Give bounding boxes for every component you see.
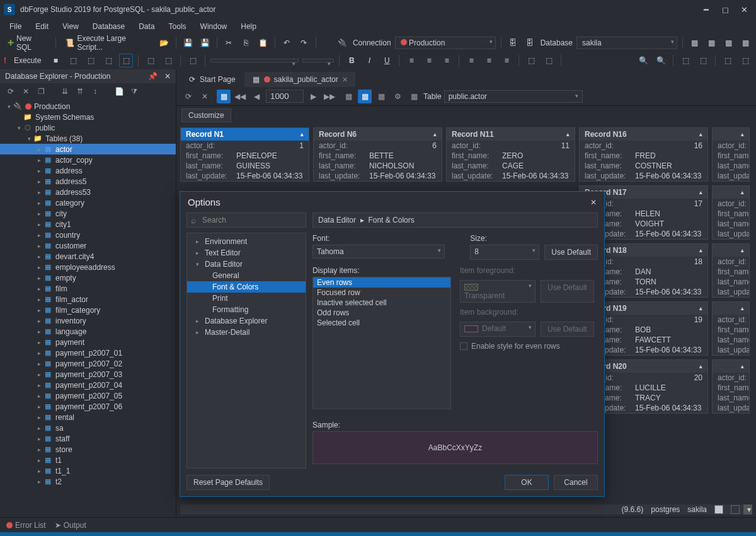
tb2-r3[interactable]: ⬚ <box>721 54 735 67</box>
tree-node-table[interactable]: ▸▦store <box>0 444 176 455</box>
tree-node-table[interactable]: ▸▦empty <box>0 272 176 283</box>
tree-node-table[interactable]: ▸▦staff <box>0 433 176 444</box>
pin-icon[interactable]: 📌 <box>148 72 158 81</box>
tb2-b2[interactable]: ⬚ <box>84 54 98 67</box>
open-button[interactable]: 📂 <box>158 36 171 50</box>
opt-node-master-detail[interactable]: ▸Master-Detail <box>187 327 306 338</box>
close-button[interactable]: ✕ <box>736 3 752 16</box>
maximize-button[interactable]: ◻ <box>717 3 733 16</box>
color-a-button[interactable]: ⬚ <box>524 54 538 67</box>
opt-node-text-editor[interactable]: ▸Text Editor <box>187 247 306 259</box>
tab-start-page[interactable]: ⟳Start Page <box>180 72 243 87</box>
record-card[interactable]: ▴ actor_id: first_name: last_name: last_… <box>712 185 750 240</box>
db-new-icon[interactable]: 🗄 <box>524 36 537 50</box>
status-box1[interactable] <box>714 505 723 514</box>
bold-button[interactable]: B <box>345 54 358 67</box>
tree-node-table[interactable]: ▸▦film_category <box>0 305 176 315</box>
grid-view3-button[interactable]: ▦ <box>374 90 388 103</box>
grid-next-page-button[interactable]: ▶▶ <box>323 90 336 103</box>
tb2-b6[interactable]: ⬚ <box>161 54 175 67</box>
collapse-icon[interactable]: ▴ <box>699 305 702 312</box>
tree-node-table[interactable]: ▸▦address53 <box>0 187 176 197</box>
tree-node-table[interactable]: ▸▦film_actor <box>0 294 176 305</box>
reset-defaults-button[interactable]: Reset Page Defaults <box>186 475 270 490</box>
font-select[interactable]: Tahoma <box>312 245 445 259</box>
cut-button[interactable]: ✂ <box>222 36 236 50</box>
tb2-b3[interactable]: ⬚ <box>101 54 115 67</box>
grid-cancel-button[interactable]: ✕ <box>198 90 212 103</box>
new-sql-button[interactable]: ✚New SQL <box>4 32 50 54</box>
collapse-icon[interactable]: ⇊ <box>59 86 71 97</box>
zoom-out-button[interactable]: 🔍 <box>654 54 668 67</box>
explorer-tree[interactable]: ▾🔌Production 📁System Schemas ▾⬡public ▾📁… <box>0 100 176 517</box>
tree-node-table[interactable]: ▸▦rental <box>0 412 176 422</box>
font-dropdown[interactable] <box>210 59 299 62</box>
script-icon[interactable]: 📄 <box>113 86 125 97</box>
redo-button[interactable]: ↷ <box>297 36 311 50</box>
collapse-icon[interactable]: ▴ <box>699 247 702 253</box>
valign-top-button[interactable]: ≡ <box>464 54 478 67</box>
valign-mid-button[interactable]: ≡ <box>482 54 496 67</box>
display-item[interactable]: Inactive selected cell <box>313 298 450 308</box>
size-select[interactable]: 8 <box>470 245 539 260</box>
opt-node-general[interactable]: General <box>187 270 306 281</box>
record-card[interactable]: Record N11▴ actor_id:11 first_name:ZERO … <box>446 127 575 182</box>
minimize-button[interactable]: ━ <box>698 3 714 16</box>
collapse-icon[interactable]: ▴ <box>433 131 437 137</box>
record-card-header[interactable]: Record N1▴ <box>181 128 309 141</box>
ok-button[interactable]: OK <box>505 475 549 490</box>
menu-file[interactable]: File <box>4 20 27 33</box>
opt-node-print[interactable]: Print <box>187 293 306 304</box>
tree-node-schemas[interactable]: 📁System Schemas <box>0 112 176 122</box>
collapse-icon[interactable]: ▴ <box>741 131 744 137</box>
tree-node-table[interactable]: ▸▦inventory <box>0 315 176 326</box>
copy-button[interactable]: ⎘ <box>239 36 253 50</box>
tree-node-table[interactable]: ▸▦payment_p2007_01 <box>0 347 176 358</box>
size-dropdown[interactable] <box>302 59 334 62</box>
color-b-button[interactable]: ⬚ <box>542 54 556 67</box>
opt-node-environment[interactable]: ▸Environment <box>187 236 306 247</box>
save-all-button[interactable]: 💾 <box>198 36 212 50</box>
tab-document[interactable]: ▦sakila_public_actor✕ <box>244 72 355 87</box>
tree-node-table[interactable]: ▸▦city1 <box>0 219 176 230</box>
align-left-button[interactable]: ≡ <box>404 54 418 67</box>
tree-node-table[interactable]: ▸▦actor_copy <box>0 154 176 165</box>
grid-next-button[interactable]: ▶ <box>306 90 320 103</box>
tree-node-public[interactable]: ▾⬡public <box>0 122 176 133</box>
opt-node-formatting[interactable]: Formatting <box>187 304 306 315</box>
tool-1[interactable]: ▦ <box>688 36 701 50</box>
display-items-list[interactable]: Even rowsFocused rowInactive selected ce… <box>312 277 451 409</box>
tree-node-table[interactable]: ▸▦payment_p2007_05 <box>0 390 176 401</box>
record-card-header[interactable]: Record N16▴ <box>580 128 707 141</box>
enable-style-checkbox[interactable]: Enable style for even rows <box>460 342 598 351</box>
display-item[interactable]: Focused row <box>313 288 450 298</box>
tree-node-table[interactable]: ▸▦t1_1 <box>0 465 176 476</box>
filter-icon[interactable]: ⧩ <box>129 86 140 97</box>
execute-button[interactable]: Execute <box>10 54 45 67</box>
error-list-button[interactable]: Error List <box>6 521 46 530</box>
tb2-r2[interactable]: ⬚ <box>696 54 710 67</box>
tree-node-table[interactable]: ▸▦payment_p2007_04 <box>0 380 176 390</box>
refresh-icon[interactable]: ⟳ <box>5 86 16 97</box>
connection-dropdown[interactable]: Production <box>395 37 496 49</box>
tree-node-table[interactable]: ▸▦employeeaddress <box>0 262 176 272</box>
collapse-icon[interactable]: ▴ <box>699 131 702 137</box>
tree-node-table[interactable]: ▸▦payment_p2007_03 <box>0 369 176 380</box>
paste-button[interactable]: 📋 <box>256 36 270 50</box>
status-box2[interactable] <box>731 505 740 514</box>
tree-node-table[interactable]: ▸▦address <box>0 165 176 176</box>
tree-node-table[interactable]: ▸▦payment <box>0 337 176 347</box>
stop-button[interactable]: ■ <box>49 54 62 67</box>
tree-node-table[interactable]: ▸▦payment_p2007_02 <box>0 358 176 369</box>
tb2-r1[interactable]: ⬚ <box>679 54 692 67</box>
tree-node-table[interactable]: ▸▦address5 <box>0 176 176 187</box>
record-card[interactable]: Record N16▴ actor_id:16 first_name:FRED … <box>579 127 708 182</box>
menu-window[interactable]: Window <box>195 20 233 33</box>
customize-button[interactable]: Customize <box>181 108 231 122</box>
tree-node-table[interactable]: ▸▦country <box>0 230 176 240</box>
tool-3[interactable]: ▦ <box>722 36 735 50</box>
tree-node-table[interactable]: ▸▦sa <box>0 422 176 433</box>
record-card[interactable]: Record N6▴ actor_id:6 first_name:BETTE l… <box>313 127 442 182</box>
tree-node-table[interactable]: ▸▦category <box>0 197 176 208</box>
status-chevron-icon[interactable]: ▾ <box>747 505 751 514</box>
